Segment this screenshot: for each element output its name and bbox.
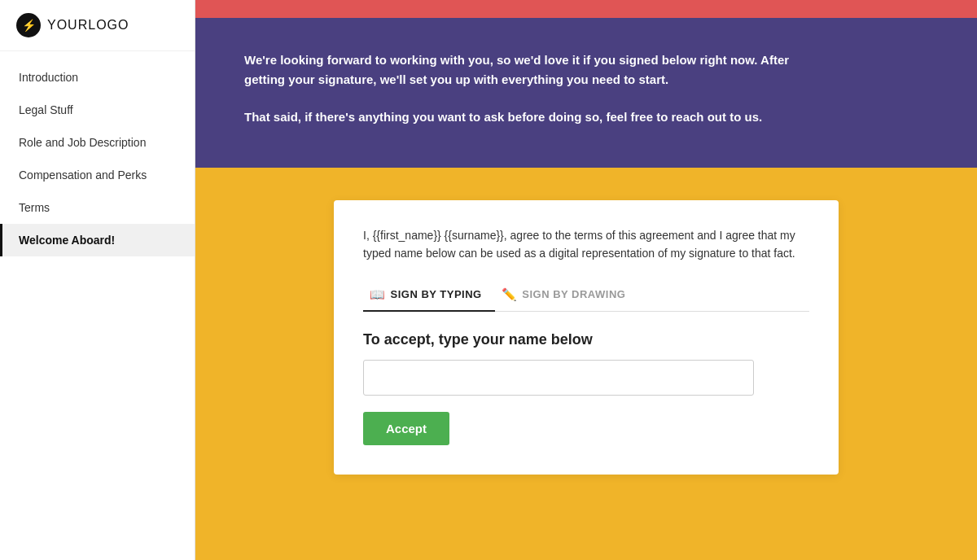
sidebar-item-role-job[interactable]: Role and Job Description — [0, 126, 195, 159]
purple-section: We're looking forward to working with yo… — [195, 18, 977, 168]
tab-sign-by-drawing[interactable]: ✏️ SIGN BY DRAWING — [495, 279, 639, 312]
logo-area: ⚡ YOURLOGO — [0, 0, 195, 51]
agreement-text: I, {{first_name}} {{surname}}, agree to … — [363, 226, 809, 263]
sidebar-item-legal-stuff[interactable]: Legal Stuff — [0, 94, 195, 126]
purple-paragraph-1: We're looking forward to working with yo… — [244, 50, 798, 90]
pencil-icon: ✏️ — [502, 287, 518, 302]
sidebar-nav: Introduction Legal Stuff Role and Job De… — [0, 51, 195, 256]
sidebar-item-compensation[interactable]: Compensation and Perks — [0, 159, 195, 191]
tab-drawing-label: SIGN BY DRAWING — [522, 288, 625, 300]
sidebar-item-terms[interactable]: Terms — [0, 191, 195, 224]
sidebar: ⚡ YOURLOGO Introduction Legal Stuff Role… — [0, 0, 195, 560]
accept-label: To accept, type your name below — [363, 331, 809, 348]
tab-typing-label: SIGN BY TYPING — [391, 288, 482, 300]
tab-sign-by-typing[interactable]: 📖 SIGN BY TYPING — [363, 279, 495, 312]
sign-tabs: 📖 SIGN BY TYPING ✏️ SIGN BY DRAWING — [363, 279, 809, 312]
sidebar-item-welcome[interactable]: Welcome Aboard! — [0, 224, 195, 256]
top-bar-red — [195, 0, 977, 18]
name-input[interactable] — [363, 360, 754, 396]
book-icon: 📖 — [370, 287, 386, 302]
logo-icon: ⚡ — [16, 13, 41, 37]
logo-bold: YOUR — [47, 18, 88, 32]
yellow-section: I, {{first_name}} {{surname}}, agree to … — [195, 168, 977, 560]
logo-text: YOURLOGO — [47, 18, 129, 33]
signature-card: I, {{first_name}} {{surname}}, agree to … — [334, 200, 839, 475]
accept-button[interactable]: Accept — [363, 412, 449, 445]
purple-paragraph-2: That said, if there's anything you want … — [244, 107, 798, 127]
main-content: We're looking forward to working with yo… — [195, 0, 977, 560]
sidebar-item-introduction[interactable]: Introduction — [0, 61, 195, 94]
logo-light: LOGO — [88, 18, 129, 32]
